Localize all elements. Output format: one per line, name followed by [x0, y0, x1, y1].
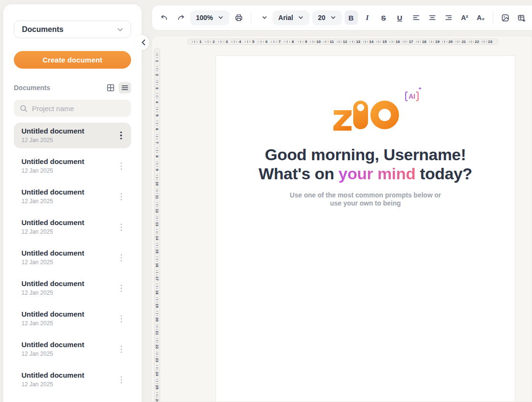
align-center-icon: [428, 13, 437, 22]
list-item[interactable]: Untitled document 12 Jan 2025: [14, 184, 131, 209]
list-item[interactable]: Untitled document 12 Jan 2025: [14, 245, 131, 270]
editor-workspace: 1234567891011121314151617181920212223 12…: [152, 36, 532, 402]
sparkle-icon: ✦: [418, 86, 422, 91]
document-date: 12 Jan 2025: [21, 289, 116, 296]
print-button[interactable]: [232, 10, 246, 25]
document-date: 12 Jan 2025: [21, 198, 116, 205]
logo-letter-i: [353, 101, 368, 129]
document-title: Untitled document: [21, 127, 116, 135]
greeting-line2: What's on your mind today?: [216, 164, 515, 183]
document-title: Untitled document: [21, 218, 116, 227]
document-menu-button[interactable]: [116, 127, 126, 144]
chevron-down-icon: [218, 15, 224, 21]
editor-toolbar: 100% Arial 20 B I S U A² A₂: [152, 5, 532, 31]
document-menu-button[interactable]: [116, 218, 126, 236]
logo-letter-o: [370, 101, 399, 129]
document-menu-button[interactable]: [116, 157, 126, 175]
document-search: [14, 100, 131, 117]
document-title: Untitled document: [21, 157, 116, 166]
document-title: Untitled document: [21, 279, 116, 288]
list-item[interactable]: Untitled document 12 Jan 2025: [14, 153, 131, 179]
italic-button[interactable]: I: [361, 10, 374, 25]
document-date: 12 Jan 2025: [21, 228, 116, 235]
list-item[interactable]: Untitled document 12 Jan 2025: [14, 336, 131, 362]
document-title: Untitled document: [21, 188, 116, 196]
collapse-sidebar-button[interactable]: [134, 35, 149, 50]
greeting-line1: Good morning, Username!: [216, 145, 515, 164]
redo-icon: [176, 13, 185, 22]
workspace-selector-dropdown[interactable]: Documents: [14, 21, 131, 38]
font-family-value: Arial: [278, 14, 293, 21]
document-menu-button[interactable]: [116, 249, 126, 266]
search-icon: [20, 104, 28, 113]
bold-button[interactable]: B: [345, 10, 358, 25]
document-date: 12 Jan 2025: [21, 259, 116, 266]
align-left-icon: [412, 13, 420, 22]
list-view-button[interactable]: [119, 82, 131, 93]
zio-logo: z AI ✦: [332, 100, 399, 129]
undo-icon: [160, 13, 169, 22]
document-title: Untitled document: [21, 340, 116, 349]
text-color-picker[interactable]: [256, 10, 270, 25]
redo-button[interactable]: [174, 10, 187, 25]
table-add-icon: [517, 13, 526, 23]
list-item[interactable]: Untitled document 12 Jan 2025: [14, 123, 131, 148]
undo-button[interactable]: [158, 10, 171, 25]
chevron-left-icon: [141, 39, 146, 46]
search-input[interactable]: [32, 104, 127, 113]
document-title: Untitled document: [21, 249, 116, 258]
insert-image-button[interactable]: [499, 10, 512, 25]
align-center-button[interactable]: [426, 10, 439, 25]
document-date: 12 Jan 2025: [21, 320, 116, 327]
zoom-select[interactable]: 100%: [190, 10, 229, 25]
font-size-select[interactable]: 20: [312, 10, 342, 25]
create-document-button[interactable]: Create document: [14, 51, 131, 69]
align-right-button[interactable]: [442, 10, 455, 25]
chevron-down-icon: [262, 15, 267, 21]
logo-letter-z: z: [332, 104, 352, 131]
subscript-button[interactable]: A₂: [474, 10, 488, 25]
align-left-button[interactable]: [409, 10, 423, 25]
document-menu-button[interactable]: [116, 188, 126, 205]
list-item[interactable]: Untitled document 12 Jan 2025: [14, 214, 131, 240]
list-item[interactable]: Untitled document 12 Jan 2025: [14, 306, 131, 331]
document-date: 12 Jan 2025: [21, 350, 116, 357]
strikethrough-button[interactable]: S: [377, 10, 390, 25]
greeting-heading: Good morning, Username! What's on your m…: [216, 145, 515, 183]
document-menu-button[interactable]: [116, 371, 126, 388]
document-menu-button[interactable]: [116, 279, 126, 297]
print-icon: [235, 13, 243, 22]
greeting-subtitle: Use one of the most common prompts below…: [216, 191, 515, 207]
list-item[interactable]: Untitled document 12 Jan 2025: [14, 275, 131, 301]
font-family-select[interactable]: Arial: [273, 10, 309, 25]
vertical-ruler: 1234567891011121314151617181920212223242…: [154, 48, 160, 402]
document-menu-button[interactable]: [116, 310, 126, 327]
sidebar: Documents Create document Documents Unti…: [3, 4, 142, 402]
subtitle-line2: use your own to being: [216, 199, 515, 207]
chevron-down-icon: [330, 15, 336, 21]
document-page[interactable]: z AI ✦ Good morning, Username! What's on…: [215, 55, 515, 402]
zoom-value: 100%: [196, 14, 213, 21]
workspace-selector-label: Documents: [22, 25, 116, 34]
document-date: 12 Jan 2025: [21, 381, 116, 388]
image-icon: [501, 13, 510, 23]
insert-table-button[interactable]: [515, 10, 528, 25]
documents-section-header: Documents: [14, 82, 131, 93]
underline-button[interactable]: U: [393, 10, 407, 25]
grid-view-button[interactable]: [104, 82, 117, 93]
chevron-down-icon: [116, 26, 124, 33]
superscript-button[interactable]: A²: [458, 10, 471, 25]
greeting-highlight: your mind: [338, 165, 416, 183]
toolbar-divider: [493, 11, 493, 24]
document-menu-button[interactable]: [116, 340, 126, 358]
toolbar-divider: [251, 11, 251, 24]
font-size-value: 20: [318, 14, 326, 21]
list-view-icon: [121, 83, 129, 92]
grid-view-icon: [106, 83, 115, 92]
horizontal-ruler: 1234567891011121314151617181920212223: [187, 39, 498, 45]
ai-badge-right-bracket: [416, 92, 419, 101]
document-title: Untitled document: [21, 371, 116, 380]
list-item[interactable]: Untitled document 12 Jan 2025: [14, 367, 131, 392]
document-title: Untitled document: [21, 310, 116, 319]
document-list: Untitled document 12 Jan 2025 Untitled d…: [14, 123, 131, 397]
